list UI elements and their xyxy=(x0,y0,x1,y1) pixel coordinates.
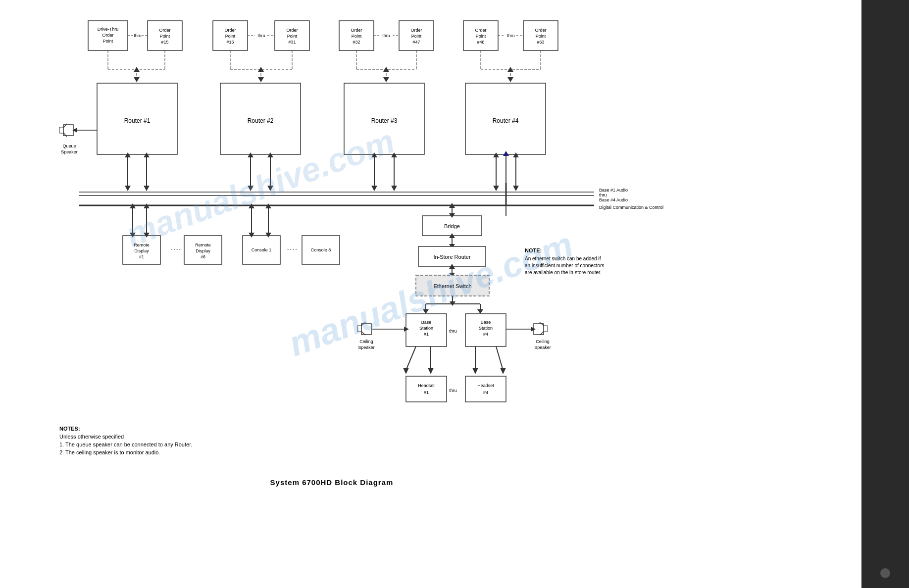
svg-text:Base #1 Audio: Base #1 Audio xyxy=(599,188,628,193)
svg-text:#16: #16 xyxy=(226,40,234,45)
svg-text:Order: Order xyxy=(535,28,546,33)
svg-text:Remote: Remote xyxy=(134,243,150,247)
svg-text:Point: Point xyxy=(160,34,170,39)
svg-text:an insufficient number of conn: an insufficient number of connectors xyxy=(525,263,604,268)
svg-text:thru: thru xyxy=(134,33,142,38)
svg-marker-49 xyxy=(134,67,140,72)
svg-text:Point: Point xyxy=(536,34,546,39)
svg-marker-100 xyxy=(391,186,397,191)
svg-marker-91 xyxy=(248,186,253,191)
svg-marker-194 xyxy=(428,368,434,374)
svg-text:System 6700HD  Block Diagram: System 6700HD Block Diagram xyxy=(270,478,394,487)
svg-marker-184 xyxy=(544,326,548,332)
svg-text:#32: #32 xyxy=(353,40,360,45)
svg-marker-77 xyxy=(59,127,63,133)
svg-text:are available on the in-store : are available on the in-store router. xyxy=(525,270,602,275)
svg-text:Console 1: Console 1 xyxy=(252,247,272,252)
svg-text:#4: #4 xyxy=(483,390,488,395)
svg-text:Ceiling: Ceiling xyxy=(536,339,550,344)
svg-marker-48 xyxy=(134,77,140,82)
svg-text:Speaker: Speaker xyxy=(534,345,551,350)
svg-text:Speaker: Speaker xyxy=(358,345,375,350)
svg-text:Router #3: Router #3 xyxy=(371,117,398,124)
svg-text:#48: #48 xyxy=(477,40,484,45)
scroll-indicator[interactable] xyxy=(880,568,890,578)
svg-text:Order: Order xyxy=(410,28,422,33)
svg-marker-85 xyxy=(125,186,131,191)
svg-text:2.  The ceiling speaker is to : 2. The ceiling speaker is to monitor aud… xyxy=(59,449,160,455)
svg-text:Point: Point xyxy=(476,34,486,39)
svg-text:Display: Display xyxy=(134,248,149,253)
svg-marker-163 xyxy=(423,309,429,314)
svg-text:Point: Point xyxy=(225,34,236,39)
svg-text:Order: Order xyxy=(475,28,486,33)
svg-text:Display: Display xyxy=(196,248,210,253)
svg-text:thru: thru xyxy=(449,388,457,393)
svg-text:#1: #1 xyxy=(424,332,429,337)
svg-marker-94 xyxy=(267,186,273,191)
diagram-svg: Drive-Thru Order Point thru Order Point … xyxy=(0,0,861,588)
right-sidebar xyxy=(861,0,909,588)
svg-text:Queue: Queue xyxy=(62,144,76,148)
svg-text:NOTE:: NOTE: xyxy=(525,247,542,253)
svg-text:Order: Order xyxy=(102,33,113,38)
svg-text:Router #1: Router #1 xyxy=(124,117,151,124)
svg-text:Console 8: Console 8 xyxy=(311,247,331,252)
main-content: manualshive.com Drive-Thru Order Point t… xyxy=(0,0,861,588)
svg-marker-97 xyxy=(371,186,377,191)
svg-text:#31: #31 xyxy=(288,40,296,45)
svg-text:Router #4: Router #4 xyxy=(493,117,519,124)
svg-text:thru: thru xyxy=(599,193,607,197)
svg-text:Headset: Headset xyxy=(477,383,494,388)
svg-line-197 xyxy=(496,346,503,370)
svg-text:Unless otherwise specified: Unless otherwise specified xyxy=(59,434,124,440)
svg-text:Bridge: Bridge xyxy=(444,223,460,229)
svg-text:Ceiling: Ceiling xyxy=(359,339,373,344)
svg-text:An ethernet switch can be adde: An ethernet switch can be added if xyxy=(525,256,601,261)
svg-text:#6: #6 xyxy=(201,254,205,259)
svg-marker-88 xyxy=(144,186,150,191)
svg-marker-196 xyxy=(472,368,478,374)
svg-marker-106 xyxy=(513,186,519,191)
svg-text:Base: Base xyxy=(421,320,432,325)
svg-text:- - - -: - - - - xyxy=(171,247,181,252)
svg-text:Point: Point xyxy=(352,34,362,39)
svg-text:Order: Order xyxy=(159,28,170,33)
svg-text:thru: thru xyxy=(449,329,457,334)
svg-text:Remote: Remote xyxy=(195,243,211,247)
svg-text:#47: #47 xyxy=(412,40,420,45)
svg-text:Station: Station xyxy=(479,326,493,331)
svg-text:#1: #1 xyxy=(139,254,144,259)
svg-text:1.  The queue speaker can be c: 1. The queue speaker can be connected to… xyxy=(59,441,192,447)
svg-text:thru: thru xyxy=(382,33,390,38)
svg-marker-165 xyxy=(477,309,483,314)
svg-marker-176 xyxy=(357,326,361,332)
svg-text:Order: Order xyxy=(286,28,298,33)
svg-text:Headset: Headset xyxy=(418,383,435,388)
svg-text:Station: Station xyxy=(419,326,433,331)
svg-text:Digital  Communication  &  Con: Digital Communication & Control xyxy=(599,205,663,210)
svg-line-191 xyxy=(406,346,416,370)
svg-text:Base #4 Audio: Base #4 Audio xyxy=(599,197,628,202)
svg-text:thru: thru xyxy=(507,33,515,38)
svg-text:thru: thru xyxy=(257,33,265,38)
svg-text:#4: #4 xyxy=(483,332,488,337)
svg-text:Ethernet Switch: Ethernet Switch xyxy=(433,283,471,289)
svg-text:- - - -: - - - - xyxy=(287,247,297,252)
svg-text:Drive-Thru: Drive-Thru xyxy=(98,27,119,32)
svg-marker-66 xyxy=(507,77,513,82)
svg-marker-60 xyxy=(383,77,389,82)
svg-text:#63: #63 xyxy=(537,40,544,45)
svg-text:Point: Point xyxy=(103,39,113,44)
svg-marker-198 xyxy=(500,368,506,374)
svg-text:Order: Order xyxy=(351,28,362,33)
svg-text:#1: #1 xyxy=(424,390,429,395)
svg-text:Order: Order xyxy=(224,28,236,33)
svg-marker-54 xyxy=(258,77,264,82)
svg-text:Speaker: Speaker xyxy=(61,149,78,154)
svg-text:Point: Point xyxy=(287,34,298,39)
svg-rect-203 xyxy=(465,376,506,402)
svg-text:Router #2: Router #2 xyxy=(248,117,274,124)
svg-text:In-Store Router: In-Store Router xyxy=(433,254,471,260)
svg-text:NOTES:: NOTES: xyxy=(59,426,80,432)
